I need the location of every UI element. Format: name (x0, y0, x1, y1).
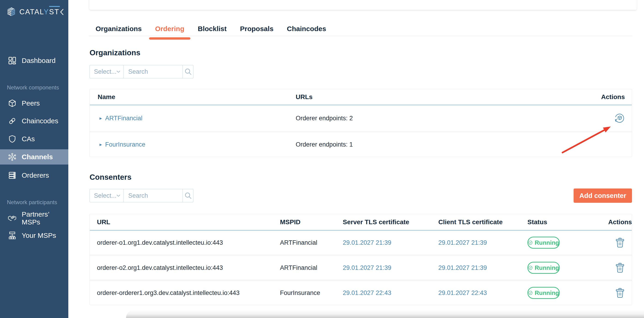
sidebar-item-your-msps[interactable]: Your MSPs (0, 227, 68, 244)
peers-icon (8, 99, 16, 108)
logo-st: ST (49, 8, 60, 16)
sidebar-item-label: Partners’ MSPs (22, 210, 68, 226)
trash-icon (616, 288, 624, 298)
select-placeholder: Select... (94, 68, 116, 75)
sidebar-item-cas[interactable]: CAs (0, 131, 68, 147)
column-header-server-tls: Server TLS certificate (343, 218, 438, 226)
organizations-search-button[interactable] (182, 65, 193, 78)
check-circle-icon (528, 290, 533, 296)
consenters-filter: Select... (90, 189, 194, 202)
consenter-mspid: FourInsurance (280, 290, 343, 297)
consenters-section-title: Consenters (90, 173, 132, 181)
organizations-table-header: Name URLs Actions (90, 89, 632, 105)
add-consenter-button[interactable]: Add consenter (574, 188, 632, 203)
tab-chaincodes[interactable]: Chaincodes (287, 25, 326, 33)
consenter-url: orderer-orderer1.org3.dev.catalyst.intel… (90, 290, 280, 297)
consenters-table-header: URL MSPID Server TLS certificate Client … (90, 214, 632, 231)
organizations-table: Name URLs Actions ▸ ARTFinancial Orderer… (90, 89, 632, 157)
status-badge: Running (528, 262, 560, 274)
organizations-filter: Select... (90, 65, 194, 78)
column-header-status: Status (528, 218, 608, 226)
your-msps-icon (8, 231, 16, 240)
sidebar-item-peers[interactable]: Peers (0, 95, 68, 111)
organization-row: ▸ ARTFinancial Orderer endpoints: 2 (90, 105, 632, 131)
column-header-mspid: MSPID (280, 218, 343, 226)
organizations-section-title: Organizations (90, 48, 140, 57)
organizations-search-input[interactable] (124, 65, 182, 78)
consenters-search-input[interactable] (124, 189, 182, 202)
logo-accent-letter: Y (44, 8, 49, 16)
expand-caret-icon[interactable]: ▸ (100, 116, 102, 121)
server-tls-cert-link[interactable]: 29.01.2027 22:43 (343, 290, 391, 296)
sidebar-item-label: Chaincodes (22, 117, 58, 125)
server-tls-cert-link[interactable]: 29.01.2027 21:39 (343, 239, 391, 246)
delete-consenter-button[interactable] (616, 238, 624, 248)
sidebar-item-channels[interactable]: Channels (0, 149, 68, 164)
organization-urls: Orderer endpoints: 2 (296, 115, 588, 122)
expand-caret-icon[interactable]: ▸ (100, 142, 102, 147)
delete-consenter-button[interactable] (616, 263, 624, 273)
trash-icon (616, 263, 624, 273)
channels-icon (8, 153, 16, 161)
server-tls-cert-link[interactable]: 29.01.2027 21:39 (343, 264, 391, 271)
column-header-actions: Actions (608, 218, 632, 226)
client-tls-cert-link[interactable]: 29.01.2027 21:39 (438, 239, 487, 246)
client-tls-cert-link[interactable]: 29.01.2027 22:43 (438, 290, 487, 296)
tab-proposals[interactable]: Proposals (240, 25, 274, 33)
top-panel-edge (89, 0, 637, 10)
consenter-row: orderer-o2.org1.dev.catalyst.intellecteu… (90, 256, 632, 280)
sidebar-item-label: Peers (22, 99, 40, 107)
organization-name-link[interactable]: FourInsurance (105, 141, 146, 148)
orderers-icon (8, 171, 16, 180)
organization-row: ▸ FourInsurance Orderer endpoints: 1 (90, 132, 632, 157)
column-header-name: Name (90, 93, 296, 101)
tab-bar: Organizations Ordering Blocklist Proposa… (96, 25, 326, 33)
sidebar-item-chaincodes[interactable]: Chaincodes (0, 113, 68, 129)
consenters-filter-select[interactable]: Select... (90, 189, 124, 202)
organizations-filter-select[interactable]: Select... (90, 65, 124, 78)
consenter-mspid: ARTFinancial (280, 264, 343, 272)
status-text: Running (535, 239, 559, 246)
delete-consenter-button[interactable] (616, 288, 624, 298)
chevron-down-icon (116, 194, 120, 197)
consenter-url: orderer-o1.org1.dev.catalyst.intellecteu… (90, 239, 280, 246)
sidebar-section-network-components: Network components (7, 84, 59, 91)
column-header-url: URL (90, 218, 280, 226)
status-text: Running (535, 290, 559, 297)
sidebar-item-label: Channels (22, 153, 53, 161)
sidebar-item-label: Dashboard (22, 57, 56, 64)
consenters-table: URL MSPID Server TLS certificate Client … (90, 214, 632, 305)
client-tls-cert-link[interactable]: 29.01.2027 21:39 (438, 264, 487, 271)
tab-organizations[interactable]: Organizations (96, 25, 142, 33)
tab-blocklist[interactable]: Blocklist (198, 25, 227, 33)
sidebar-item-partners-msps[interactable]: Partners’ MSPs (0, 210, 68, 226)
sidebar-collapse-button[interactable] (60, 8, 64, 15)
status-badge: Running (528, 287, 560, 299)
tab-ordering[interactable]: Ordering (155, 25, 184, 33)
sidebar-item-label: Orderers (22, 171, 49, 179)
sidebar-item-orderers[interactable]: Orderers (0, 167, 68, 183)
partners-msps-icon (8, 214, 16, 223)
sidebar: CATALYST Dashboard Network components (0, 0, 68, 318)
consenter-row: orderer-orderer1.org3.dev.catalyst.intel… (90, 281, 632, 305)
sidebar-item-dashboard[interactable]: Dashboard (0, 52, 68, 69)
window-bottom-shadow (126, 310, 644, 318)
app-window: CATALYST Dashboard Network components (0, 0, 644, 318)
organization-name-link[interactable]: ARTFinancial (105, 115, 143, 122)
cas-icon (8, 135, 16, 143)
update-orderer-button[interactable] (614, 113, 625, 124)
select-placeholder: Select... (94, 192, 116, 199)
sidebar-section-network-participants: Network participants (7, 199, 57, 205)
chevron-down-icon (116, 70, 120, 73)
column-header-client-tls: Client TLS certificate (438, 218, 528, 226)
consenter-row: orderer-o1.org1.dev.catalyst.intellecteu… (90, 231, 632, 255)
column-header-actions: Actions (588, 93, 632, 101)
sidebar-item-label: Your MSPs (22, 232, 56, 239)
consenters-search-button[interactable] (182, 189, 193, 202)
check-circle-icon (528, 265, 533, 271)
status-badge: Running (528, 237, 560, 249)
tabs-divider (89, 36, 632, 36)
status-text: Running (535, 264, 559, 272)
consenter-mspid: ARTFinancial (280, 239, 343, 246)
organization-urls: Orderer endpoints: 1 (296, 141, 588, 148)
